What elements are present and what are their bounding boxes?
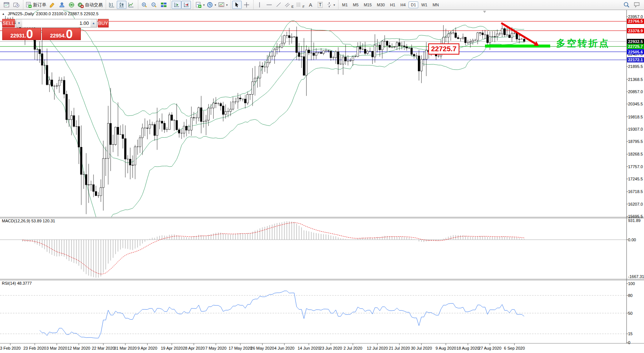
volume-spinner: ▼ ▲	[16, 19, 97, 27]
rsi-indicator-label: RSI(14) 48.3777	[2, 281, 32, 285]
chart-shift-icon	[183, 2, 189, 8]
support-price-annotation[interactable]: 22725.7	[428, 43, 459, 55]
cursor-button[interactable]	[232, 1, 242, 9]
macd-layer	[0, 221, 627, 278]
ohlc-readout: 23030.0 23100.0 22887.5 22932.5	[36, 12, 98, 16]
horizontal-line-icon	[266, 2, 272, 8]
bar-chart-button[interactable]	[107, 1, 117, 9]
date-tick-label: 3 Feb 2020	[0, 346, 21, 350]
add-indicator-icon	[195, 2, 202, 8]
rsi-axis-label: 100	[628, 281, 635, 286]
timeframe-button-m15[interactable]: M15	[361, 1, 374, 8]
fibonacci-button[interactable]: F	[295, 1, 306, 9]
periods-clock-icon	[207, 2, 213, 8]
sell-price[interactable]: 22931.0	[2, 28, 41, 40]
crosshair-button[interactable]	[242, 1, 251, 9]
price-tick-label: 18268.5	[628, 152, 643, 156]
price-badge-label: 23766.5	[628, 19, 643, 23]
periods-button[interactable]: ▾	[206, 1, 217, 9]
auto-trading-icon	[77, 2, 84, 8]
arrows-button[interactable]: ▾	[325, 1, 336, 9]
price-badge-label: 22505.6	[628, 50, 643, 54]
add-indicator-button[interactable]: ▾	[194, 1, 206, 9]
price-badge-label: 22725.7	[628, 44, 643, 49]
new-chart-window-button[interactable]	[2, 1, 11, 9]
turning-point-annotation[interactable]: 多空转折点	[556, 37, 610, 49]
channel-letter: E	[291, 5, 294, 9]
price-tick-label: 17757.0	[628, 164, 643, 169]
experts-button[interactable]	[57, 1, 67, 9]
fibonacci-icon	[296, 2, 301, 8]
templates-button[interactable]: ▾	[217, 1, 229, 9]
candle-chart-icon	[119, 2, 125, 8]
macd-axis-label: 0.00	[628, 238, 636, 242]
date-tick-label: 31 Mar 2020	[114, 346, 137, 350]
text-button[interactable]: A	[306, 1, 316, 9]
candle-chart-button[interactable]	[117, 1, 126, 9]
timeframe-button-h4[interactable]: H4	[398, 1, 408, 8]
line-chart-button[interactable]	[126, 1, 136, 9]
date-tick-label: 21 Jul 2020	[389, 346, 410, 350]
date-tick-label: 23 Jun 2020	[320, 346, 342, 350]
price-tick-label: 20857.0	[628, 89, 643, 94]
chart-canvas[interactable]: 23957.022407.021895.521368.520857.020345…	[0, 0, 644, 353]
timeframe-group: M1M5M15M30H1H4D1W1MN	[338, 0, 443, 9]
buy-price-big-digit: 0	[66, 29, 73, 39]
timeframe-button-w1[interactable]: W1	[419, 1, 430, 8]
zoom-out-button[interactable]	[149, 1, 159, 9]
auto-trading-button[interactable]: 自动交易	[76, 1, 104, 9]
arrows-icon	[326, 2, 332, 8]
caret-down-icon: ▾	[215, 3, 216, 7]
trendline-button[interactable]	[274, 1, 284, 9]
macd-indicator-label: MACD(12,26,9) 53.89 120.31	[2, 219, 55, 223]
volume-input[interactable]	[22, 19, 90, 27]
metaeditor-button[interactable]	[47, 1, 57, 9]
tester-icon	[13, 2, 19, 8]
new-order-label: 新订单	[33, 2, 46, 8]
volume-decrease-button[interactable]: ▼	[16, 19, 22, 27]
vertical-line-icon	[257, 2, 262, 8]
date-tick-label: 7 May 2020	[205, 346, 226, 350]
timeframe-button-m5[interactable]: M5	[351, 1, 361, 8]
auto-scroll-button[interactable]	[172, 1, 181, 9]
tile-windows-button[interactable]	[159, 1, 168, 9]
timeframe-button-h1[interactable]: H1	[388, 1, 397, 8]
crosshair-icon	[244, 2, 250, 8]
signals-button[interactable]	[67, 1, 76, 9]
templates-icon	[218, 2, 225, 8]
timeframe-button-mn[interactable]: MN	[430, 1, 441, 8]
date-tick-label: 12 Mar 2020	[67, 346, 90, 350]
chart-title: ▲JPN225-,Daily 23030.0 23100.0 22887.5 2…	[2, 12, 99, 16]
rsi-axis-label: 0	[628, 340, 630, 345]
text-label-button[interactable]: T	[316, 1, 325, 9]
chart-shift-button[interactable]	[181, 1, 191, 9]
zoom-in-button[interactable]	[139, 1, 149, 9]
price-tick-label: 18795.5	[628, 139, 643, 144]
date-tick-label: 17 May 2020	[228, 346, 252, 350]
price-tick-label: 23957.0	[628, 14, 643, 19]
support-zone-bar[interactable]	[485, 45, 550, 48]
timeframe-button-m30[interactable]: M30	[375, 1, 387, 8]
volume-increase-button[interactable]: ▲	[90, 19, 97, 27]
bollinger-layer	[32, 0, 524, 228]
sell-button[interactable]: SELL	[2, 19, 15, 27]
buy-price[interactable]: 22954.0	[42, 28, 81, 40]
horizontal-line-button[interactable]	[264, 1, 274, 9]
timeframe-button-m1[interactable]: M1	[340, 1, 350, 8]
rsi-axis-label: 80	[628, 293, 633, 298]
collapse-panel-icon[interactable]: ▲	[2, 12, 5, 16]
timeframe-button-d1[interactable]: D1	[409, 1, 418, 8]
search-icon[interactable]	[623, 1, 630, 8]
buy-button[interactable]: BUY	[98, 19, 109, 27]
trend-arrow[interactable]	[501, 23, 535, 43]
text-tool-letter: A	[309, 2, 312, 8]
chat-icon[interactable]	[634, 1, 641, 8]
rsi-layer	[0, 291, 627, 338]
sell-price-big-digit: 0	[26, 29, 33, 39]
strategy-tester-button[interactable]	[11, 1, 21, 9]
auto-trading-label: 自动交易	[85, 2, 103, 8]
chart-window-icon	[4, 2, 10, 8]
new-order-button[interactable]: 新订单	[24, 1, 47, 9]
vertical-line-button[interactable]	[255, 1, 264, 9]
equidistant-channel-button[interactable]: E	[284, 1, 295, 9]
